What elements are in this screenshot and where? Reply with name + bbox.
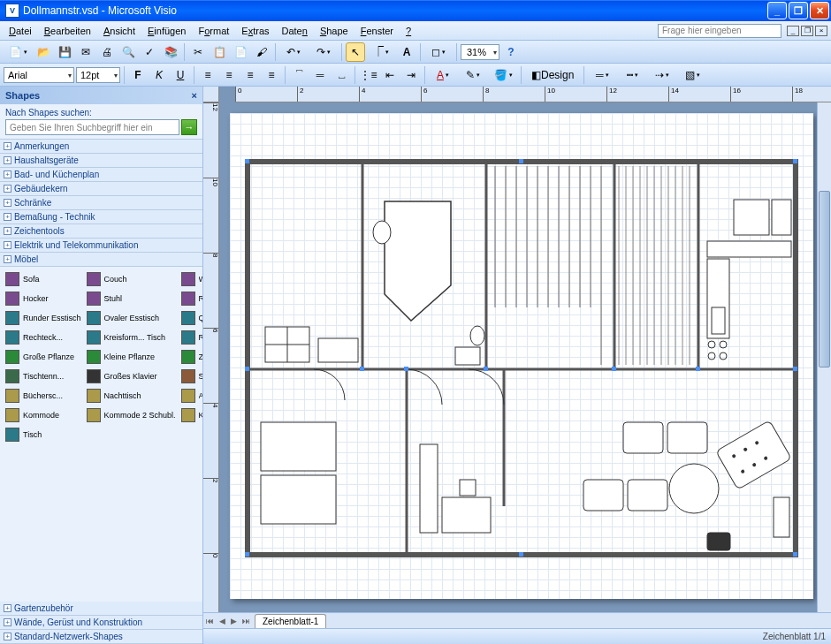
- shape-stencil-item[interactable]: Ruhesessel: [179, 290, 202, 307]
- shape-stencil-item[interactable]: Tischtenn...: [4, 367, 83, 385]
- spelling-button[interactable]: ✓: [140, 42, 159, 62]
- valign-top-button[interactable]: ⎴: [289, 65, 309, 85]
- shape-stencil-item[interactable]: Couch: [85, 270, 178, 288]
- shape-stencil-item[interactable]: Runder Esstisch: [4, 309, 83, 327]
- drawing-canvas[interactable]: [219, 102, 817, 612]
- shapes-category[interactable]: +Wände, Gerüst und Konstruktion: [0, 616, 202, 630]
- design-button[interactable]: ◧ Design: [525, 65, 580, 85]
- shape-stencil-item[interactable]: Ovaler Esstisch: [85, 309, 178, 327]
- shape-stencil-item[interactable]: Hocker: [4, 290, 83, 307]
- save-button[interactable]: 💾: [55, 42, 74, 62]
- menu-bearbeiten[interactable]: Bearbeiten: [39, 24, 96, 38]
- format-painter-button[interactable]: 🖌: [252, 42, 271, 62]
- shape-stencil-item[interactable]: Großes Klavier: [85, 367, 178, 385]
- fill-color-button[interactable]: 🪣▾: [489, 65, 517, 85]
- menu-ansicht[interactable]: Ansicht: [98, 24, 141, 38]
- research-button[interactable]: 📚: [161, 42, 180, 62]
- sheet-tab-active[interactable]: Zeichenblatt-1: [255, 614, 326, 628]
- tab-nav-next[interactable]: ▶: [228, 617, 240, 625]
- shapes-category[interactable]: +Gartenzubehör: [0, 602, 202, 616]
- drawing-page[interactable]: [230, 113, 813, 599]
- close-button[interactable]: ✕: [810, 2, 829, 19]
- shapes-category[interactable]: +Haushaltsgeräte: [0, 154, 202, 168]
- shape-stencil-item[interactable]: Kommode: [4, 406, 83, 424]
- valign-middle-button[interactable]: ═: [310, 65, 330, 85]
- open-button[interactable]: 📂: [34, 42, 53, 62]
- shape-stencil-item[interactable]: Rechteck... Tisch: [179, 329, 202, 346]
- shapes-category[interactable]: +Möbel: [0, 253, 202, 267]
- help-button[interactable]: ?: [501, 42, 521, 62]
- shape-stencil-item[interactable]: Nachttisch: [85, 387, 178, 405]
- pointer-tool-button[interactable]: ↖: [346, 42, 365, 62]
- shape-stencil-item[interactable]: Wohnzim...: [179, 270, 202, 288]
- shape-stencil-item[interactable]: Kreisform... Tisch: [85, 329, 178, 346]
- tab-nav-first[interactable]: ⏮: [203, 617, 217, 625]
- shapes-category[interactable]: +Schränke: [0, 196, 202, 210]
- drawing-tools-button[interactable]: ◻▾: [424, 42, 453, 62]
- minimize-button[interactable]: _: [767, 2, 787, 19]
- doc-minimize-button[interactable]: _: [787, 26, 799, 36]
- help-search-input[interactable]: [658, 24, 781, 38]
- shapes-category[interactable]: +Gebäudekern: [0, 182, 202, 196]
- scrollbar-thumb[interactable]: [819, 191, 830, 367]
- shapes-category[interactable]: +Elektrik und Telekommunikation: [0, 239, 202, 253]
- align-justify-button[interactable]: ≡: [262, 65, 281, 85]
- doc-restore-button[interactable]: ❐: [801, 26, 813, 36]
- menu-einfuegen[interactable]: Einfügen: [142, 24, 191, 38]
- print-button[interactable]: 🖨: [97, 42, 117, 62]
- menu-fenster[interactable]: Fenster: [355, 24, 399, 38]
- align-left-button[interactable]: ≡: [198, 65, 217, 85]
- valign-bottom-button[interactable]: ⎵: [332, 65, 351, 85]
- bold-button[interactable]: F: [128, 65, 148, 85]
- tab-nav-last[interactable]: ⏭: [240, 617, 253, 625]
- tab-nav-prev[interactable]: ◀: [217, 617, 228, 625]
- menu-daten[interactable]: Daten: [277, 24, 313, 38]
- line-color-button[interactable]: ✎▾: [459, 65, 487, 85]
- cut-button[interactable]: ✂: [188, 42, 208, 62]
- maximize-button[interactable]: ❐: [789, 2, 808, 19]
- align-right-button[interactable]: ≡: [240, 65, 260, 85]
- shape-stencil-item[interactable]: Tisch: [4, 426, 83, 443]
- increase-indent-button[interactable]: ⇥: [401, 65, 421, 85]
- copy-button[interactable]: 📋: [210, 42, 229, 62]
- font-size-selector[interactable]: 12pt: [76, 67, 120, 83]
- vertical-scrollbar[interactable]: [817, 102, 831, 612]
- shapes-category[interactable]: +Bemaßung - Technik: [0, 210, 202, 224]
- new-button[interactable]: 📄▾: [4, 42, 32, 62]
- menu-shape[interactable]: Shape: [315, 24, 354, 38]
- connector-tool-button[interactable]: ⎾▾: [367, 42, 395, 62]
- bullets-button[interactable]: ⋮≡: [359, 65, 378, 85]
- shape-stencil-item[interactable]: Spinetkl...: [179, 367, 202, 385]
- shape-stencil-item[interactable]: Quadrati... Tisch: [179, 309, 202, 327]
- shapes-category[interactable]: +Anmerkungen: [0, 140, 202, 154]
- decrease-indent-button[interactable]: ⇤: [380, 65, 400, 85]
- font-color-button[interactable]: A▾: [429, 65, 457, 85]
- font-selector[interactable]: Arial: [4, 67, 74, 83]
- vertical-ruler[interactable]: 121086420: [203, 102, 219, 612]
- shapes-category[interactable]: +Standard-Netzwerk-Shapes: [0, 630, 202, 644]
- horizontal-ruler[interactable]: 024681012141618: [235, 87, 831, 102]
- mail-button[interactable]: ✉: [76, 42, 95, 62]
- menu-extras[interactable]: Extras: [236, 24, 274, 38]
- shape-stencil-item[interactable]: Sofa: [4, 270, 83, 288]
- redo-button[interactable]: ↷▾: [309, 42, 338, 62]
- line-pattern-button[interactable]: ┅▾: [618, 65, 646, 85]
- shape-stencil-item[interactable]: Rechteck...: [4, 329, 83, 346]
- shapes-category[interactable]: +Zeichentools: [0, 224, 202, 239]
- menu-datei[interactable]: Datei: [4, 24, 37, 38]
- shape-stencil-item[interactable]: Kommode 3 Schubl.: [179, 406, 202, 424]
- shapes-search-input[interactable]: [5, 119, 179, 135]
- shapes-category[interactable]: +Bad- und Küchenplan: [0, 168, 202, 182]
- shape-stencil-item[interactable]: Anpassb... Bett: [179, 387, 202, 405]
- shapes-search-go-button[interactable]: →: [181, 119, 197, 135]
- doc-close-button[interactable]: ×: [815, 26, 827, 36]
- shape-stencil-item[interactable]: Kleine Pflanze: [85, 348, 178, 366]
- shape-stencil-item[interactable]: Große Pflanze: [4, 348, 83, 366]
- align-center-button[interactable]: ≡: [219, 65, 239, 85]
- shape-stencil-item[interactable]: Büchersc...: [4, 387, 83, 405]
- paste-button[interactable]: 📄: [231, 42, 250, 62]
- menu-format[interactable]: Format: [193, 24, 234, 38]
- shadow-button[interactable]: ▧▾: [678, 65, 706, 85]
- menu-help[interactable]: ?: [400, 24, 416, 38]
- line-ends-button[interactable]: ⇢▾: [648, 65, 676, 85]
